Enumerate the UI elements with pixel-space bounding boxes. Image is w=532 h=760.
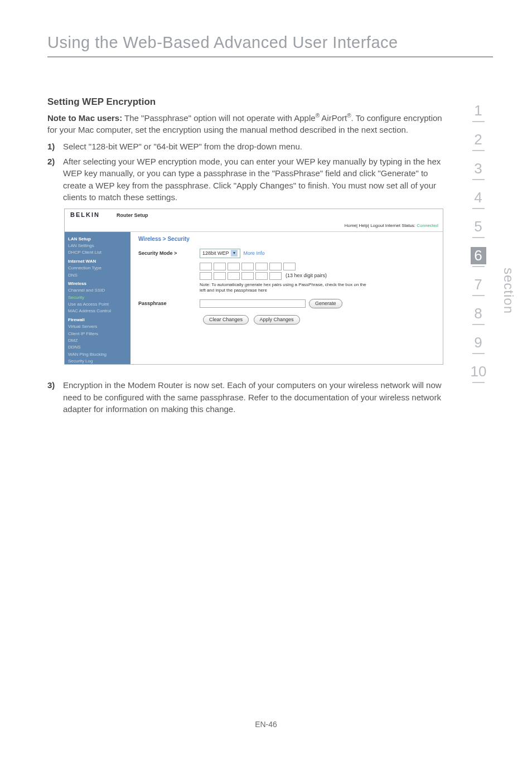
sidebar-firewall-header: Firewall <box>68 317 127 323</box>
generate-button[interactable]: Generate <box>309 299 342 308</box>
step-3: 3) Encryption in the Modem Router is now… <box>47 379 443 415</box>
hex-input[interactable] <box>200 263 212 270</box>
sidebar-item-dhcp[interactable]: DHCP Client List <box>68 249 127 256</box>
nav-divider <box>472 382 485 383</box>
security-mode-select[interactable]: 128bit WEP ▾ <box>200 249 240 258</box>
page-title: Using the Web-Based Advanced User Interf… <box>47 33 493 52</box>
sidebar-item-dns[interactable]: DNS <box>68 272 127 279</box>
step-2: 2) After selecting your WEP encryption m… <box>47 156 443 203</box>
clear-changes-button[interactable]: Clear Changes <box>203 315 249 325</box>
hex-key-grid: (13 hex digit pairs) <box>200 263 435 280</box>
section-nav: 1 2 3 4 5 6 7 8 9 10 <box>463 95 493 418</box>
router-screenshot: BELKIN Router Setup Home| Help| Logout I… <box>64 209 443 365</box>
breadcrumb: Wireless > Security <box>138 235 435 243</box>
hex-input[interactable] <box>228 263 240 270</box>
sidebar-item-connection-type[interactable]: Connection Type <box>68 265 127 272</box>
passphrase-input[interactable] <box>200 299 306 308</box>
nav-divider <box>472 295 485 296</box>
sidebar-item-security[interactable]: Security <box>68 294 127 301</box>
belkin-logo: BELKIN <box>70 211 100 220</box>
nav-8[interactable]: 8 <box>471 305 486 322</box>
status-links[interactable]: Home| Help| Logout Internet Status: <box>345 223 417 228</box>
hex-input[interactable] <box>255 263 268 270</box>
hex-note: (13 hex digit pairs) <box>286 272 327 279</box>
nav-9[interactable]: 9 <box>471 334 486 351</box>
hex-input[interactable] <box>255 272 268 280</box>
nav-4[interactable]: 4 <box>471 189 486 206</box>
step-2-number: 2) <box>47 156 63 203</box>
step-1-number: 1) <box>47 141 63 152</box>
sidebar-item-wan-ping[interactable]: WAN Ping Blocking <box>68 351 127 358</box>
hex-input[interactable] <box>269 272 282 280</box>
chevron-down-icon: ▾ <box>231 250 238 256</box>
hex-input[interactable] <box>200 272 212 280</box>
sidebar-item-virtual-servers[interactable]: Virtual Servers <box>68 323 127 330</box>
page-number: EN-46 <box>0 720 532 729</box>
nav-3[interactable]: 3 <box>471 160 486 177</box>
nav-5[interactable]: 5 <box>471 218 486 235</box>
step-1: 1) Select "128-bit WEP" or "64-bit WEP" … <box>47 141 443 152</box>
registered-mark-2: ® <box>347 113 351 119</box>
step-1-body: Select "128-bit WEP" or "64-bit WEP" fro… <box>63 141 443 152</box>
passphrase-label: Passphrase <box>138 300 200 307</box>
hex-input[interactable] <box>214 272 226 280</box>
status-row: Home| Help| Logout Internet Status: Conn… <box>65 221 443 231</box>
sidebar-item-ddns[interactable]: DDNS <box>68 344 127 351</box>
sidebar-item-mac-control[interactable]: MAC Address Control <box>68 308 127 314</box>
step-2-body: After selecting your WEP encryption mode… <box>63 156 443 203</box>
nav-divider <box>472 150 485 151</box>
status-value: Connected <box>417 223 438 228</box>
sidebar-item-client-ip[interactable]: Client IP Filters <box>68 331 127 337</box>
router-setup-label: Router Setup <box>117 212 148 219</box>
hex-input[interactable] <box>214 263 226 270</box>
apply-changes-button[interactable]: Apply Changes <box>254 315 300 325</box>
nav-10[interactable]: 10 <box>471 363 486 380</box>
sidebar: LAN Setup LAN Settings DHCP Client List … <box>65 232 130 365</box>
sidebar-wan-header: Internet WAN <box>68 258 127 265</box>
sidebar-item-use-ap[interactable]: Use as Access Point <box>68 301 127 308</box>
nav-divider <box>472 121 485 122</box>
sidebar-lan-header: LAN Setup <box>68 236 127 243</box>
hex-input[interactable] <box>269 263 282 270</box>
note-body-1: The "Passphrase" option will not operate… <box>122 113 315 123</box>
nav-divider <box>472 179 485 180</box>
section-label: section <box>501 268 516 314</box>
hex-input[interactable] <box>241 272 254 280</box>
sidebar-item-dmz[interactable]: DMZ <box>68 337 127 344</box>
nav-6-active[interactable]: 6 <box>471 247 486 264</box>
nav-7[interactable]: 7 <box>471 276 486 293</box>
nav-divider <box>472 266 485 267</box>
sidebar-item-security-log[interactable]: Security Log <box>68 358 127 365</box>
nav-1[interactable]: 1 <box>471 102 486 119</box>
sidebar-wireless-header: Wireless <box>68 280 127 287</box>
hex-input[interactable] <box>228 272 240 280</box>
nav-divider <box>472 324 485 325</box>
nav-2[interactable]: 2 <box>471 131 486 148</box>
nav-divider <box>472 208 485 209</box>
step-3-number: 3) <box>47 379 63 415</box>
security-mode-label: Security Mode > <box>138 250 200 257</box>
note-body-2: AirPort <box>320 113 347 123</box>
nav-divider <box>472 237 485 238</box>
note-paragraph: Note to Mac users: The "Passphrase" opti… <box>47 112 443 136</box>
sidebar-item-lan-settings[interactable]: LAN Settings <box>68 243 127 249</box>
section-heading: Setting WEP Encryption <box>47 95 443 109</box>
hex-input[interactable] <box>283 263 296 270</box>
more-info-link[interactable]: More Info <box>244 250 265 257</box>
note-lead: Note to Mac users: <box>47 113 122 123</box>
hex-help-text: Note: To automatically generate hex pair… <box>200 282 367 294</box>
security-mode-value: 128bit WEP <box>202 250 229 257</box>
title-rule <box>47 56 493 57</box>
hex-input[interactable] <box>241 263 254 270</box>
sidebar-item-channel-ssid[interactable]: Channel and SSID <box>68 287 127 294</box>
registered-mark-1: ® <box>316 113 320 119</box>
step-3-body: Encryption in the Modem Router is now se… <box>63 379 443 415</box>
nav-divider <box>472 353 485 354</box>
